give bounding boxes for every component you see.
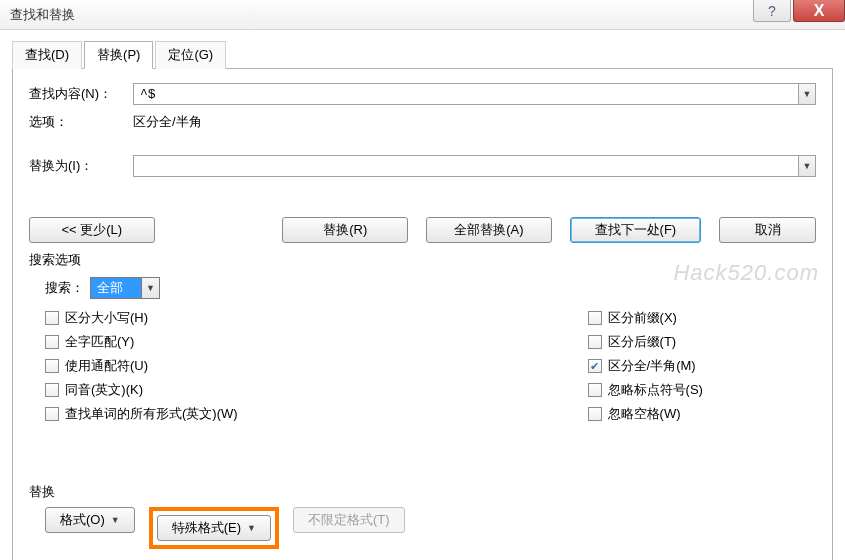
replace-button[interactable]: 替换(R) [282, 217, 408, 243]
chk-wildcards[interactable]: 使用通配符(U) [45, 357, 238, 375]
help-button[interactable]: ? [753, 0, 791, 22]
checkbox-icon [588, 383, 602, 397]
chk-sounds-like[interactable]: 同音(英文)(K) [45, 381, 238, 399]
search-direction-row: 搜索： 全部 ▼ [45, 277, 816, 299]
find-combo: ▼ [133, 83, 816, 105]
chk-match-case[interactable]: 区分大小写(H) [45, 309, 238, 327]
action-button-row: << 更少(L) 替换(R) 全部替换(A) 查找下一处(F) 取消 [29, 217, 816, 243]
bottom-section: 替换 格式(O)▼ 特殊格式(E)▼ 不限定格式(T) [29, 483, 816, 549]
caret-down-icon: ▼ [111, 515, 120, 525]
checkbox-icon [45, 311, 59, 325]
tab-find[interactable]: 查找(D) [12, 41, 82, 69]
format-button[interactable]: 格式(O)▼ [45, 507, 135, 533]
replace-combo: ▼ [133, 155, 816, 177]
checkbox-icon [45, 335, 59, 349]
bottom-heading: 替换 [29, 483, 816, 501]
tab-replace[interactable]: 替换(P) [84, 41, 153, 69]
no-format-button: 不限定格式(T) [293, 507, 405, 533]
chk-ignore-punct[interactable]: 忽略标点符号(S) [588, 381, 703, 399]
cancel-button[interactable]: 取消 [719, 217, 816, 243]
replace-row: 替换为(I)： ▼ [29, 155, 816, 177]
checkbox-icon [45, 359, 59, 373]
less-button[interactable]: << 更少(L) [29, 217, 155, 243]
chk-whole-word[interactable]: 全字匹配(Y) [45, 333, 238, 351]
title-bar: 查找和替换 ? X [0, 0, 845, 30]
window-title: 查找和替换 [10, 6, 75, 24]
options-label: 选项： [29, 113, 133, 131]
checkbox-icon [588, 311, 602, 325]
main-panel: 查找内容(N)： ▼ 选项： 区分全/半角 替换为(I)： ▼ << 更少(L)… [12, 68, 833, 560]
chk-word-forms[interactable]: 查找单词的所有形式(英文)(W) [45, 405, 238, 423]
bottom-button-row: 格式(O)▼ 特殊格式(E)▼ 不限定格式(T) [45, 507, 816, 549]
checks-right: 区分前缀(X) 区分后缀(T) ✔区分全/半角(M) 忽略标点符号(S) 忽略空… [588, 309, 703, 423]
replace-all-button[interactable]: 全部替换(A) [426, 217, 552, 243]
find-next-button[interactable]: 查找下一处(F) [570, 217, 701, 243]
highlight-annotation: 特殊格式(E)▼ [149, 507, 279, 549]
find-label: 查找内容(N)： [29, 85, 133, 103]
replace-label: 替换为(I)： [29, 157, 133, 175]
search-select[interactable]: 全部 ▼ [90, 277, 160, 299]
tab-goto[interactable]: 定位(G) [155, 41, 226, 69]
close-button[interactable]: X [793, 0, 845, 22]
search-select-value: 全部 [91, 278, 141, 298]
chevron-down-icon[interactable]: ▼ [141, 278, 159, 298]
tab-strip: 查找(D) 替换(P) 定位(G) [12, 41, 833, 69]
replace-input[interactable] [133, 155, 798, 177]
find-row: 查找内容(N)： ▼ [29, 83, 816, 105]
search-label: 搜索： [45, 279, 84, 297]
search-options-heading: 搜索选项 [29, 251, 816, 269]
replace-dropdown-icon[interactable]: ▼ [798, 155, 816, 177]
chk-full-half[interactable]: ✔区分全/半角(M) [588, 357, 703, 375]
chk-ignore-space[interactable]: 忽略空格(W) [588, 405, 703, 423]
dialog-body: 查找(D) 替换(P) 定位(G) 查找内容(N)： ▼ 选项： 区分全/半角 … [0, 30, 845, 560]
find-dropdown-icon[interactable]: ▼ [798, 83, 816, 105]
special-format-button[interactable]: 特殊格式(E)▼ [157, 515, 271, 541]
checkbox-icon [45, 383, 59, 397]
checkbox-icon: ✔ [588, 359, 602, 373]
options-row: 选项： 区分全/半角 [29, 113, 816, 131]
find-input[interactable] [133, 83, 798, 105]
checkbox-icon [588, 407, 602, 421]
chk-prefix[interactable]: 区分前缀(X) [588, 309, 703, 327]
window-buttons: ? X [753, 0, 845, 22]
caret-down-icon: ▼ [247, 523, 256, 533]
checkbox-icon [588, 335, 602, 349]
checkbox-grid: 区分大小写(H) 全字匹配(Y) 使用通配符(U) 同音(英文)(K) 查找单词… [45, 309, 816, 423]
chk-suffix[interactable]: 区分后缀(T) [588, 333, 703, 351]
checkbox-icon [45, 407, 59, 421]
checks-left: 区分大小写(H) 全字匹配(Y) 使用通配符(U) 同音(英文)(K) 查找单词… [45, 309, 238, 423]
options-value: 区分全/半角 [133, 113, 816, 131]
